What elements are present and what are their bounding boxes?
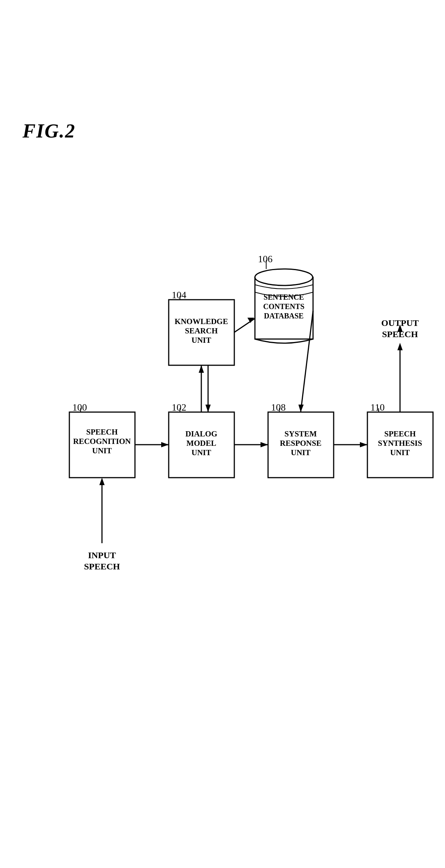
svg-text:SEARCH: SEARCH bbox=[185, 326, 218, 335]
svg-text:DATABASE: DATABASE bbox=[264, 312, 304, 320]
svg-text:SPEECH: SPEECH bbox=[382, 329, 418, 339]
svg-text:SPEECH: SPEECH bbox=[86, 427, 118, 436]
svg-text:UNIT: UNIT bbox=[390, 448, 410, 457]
svg-text:100: 100 bbox=[72, 402, 87, 413]
figure-label: FIG.2 bbox=[22, 120, 75, 142]
svg-text:UNIT: UNIT bbox=[92, 446, 112, 455]
svg-text:UNIT: UNIT bbox=[291, 448, 311, 457]
svg-marker-16 bbox=[397, 343, 403, 350]
svg-text:UNIT: UNIT bbox=[192, 336, 211, 345]
svg-text:104: 104 bbox=[172, 290, 186, 300]
svg-rect-0 bbox=[69, 412, 135, 478]
svg-text:RECOGNITION: RECOGNITION bbox=[73, 437, 131, 446]
svg-text:SPEECH: SPEECH bbox=[84, 562, 120, 571]
svg-marker-8 bbox=[99, 478, 105, 485]
svg-text:UNIT: UNIT bbox=[192, 448, 211, 457]
svg-text:RESPONSE: RESPONSE bbox=[280, 439, 322, 448]
svg-text:108: 108 bbox=[271, 402, 286, 413]
svg-text:OUTPUT: OUTPUT bbox=[381, 318, 419, 328]
svg-text:MODEL: MODEL bbox=[186, 439, 216, 448]
svg-marker-10 bbox=[161, 442, 169, 447]
svg-rect-1 bbox=[169, 412, 234, 478]
svg-marker-12 bbox=[261, 442, 268, 447]
svg-text:CONTENTS: CONTENTS bbox=[263, 302, 304, 311]
svg-text:SPEECH: SPEECH bbox=[384, 429, 416, 438]
svg-line-21 bbox=[234, 318, 255, 332]
svg-rect-4 bbox=[367, 412, 433, 478]
svg-text:SYNTHESIS: SYNTHESIS bbox=[378, 439, 422, 448]
svg-text:110: 110 bbox=[370, 402, 385, 413]
svg-line-23 bbox=[301, 311, 313, 412]
svg-text:INPUT: INPUT bbox=[88, 550, 116, 560]
svg-marker-14 bbox=[360, 442, 367, 447]
svg-text:KNOWLEDGE: KNOWLEDGE bbox=[175, 317, 228, 326]
svg-point-6 bbox=[255, 269, 313, 285]
svg-text:SYSTEM: SYSTEM bbox=[285, 429, 317, 438]
svg-text:DIALOG: DIALOG bbox=[185, 429, 217, 438]
svg-text:SENTENCE: SENTENCE bbox=[264, 293, 304, 301]
svg-marker-22 bbox=[247, 318, 254, 323]
svg-text:102: 102 bbox=[172, 402, 186, 413]
diagram-container: FIG.2 bbox=[0, 0, 445, 868]
svg-rect-5 bbox=[255, 277, 313, 339]
svg-rect-3 bbox=[268, 412, 334, 478]
svg-marker-59 bbox=[397, 324, 403, 332]
svg-marker-24 bbox=[298, 405, 304, 412]
svg-text:106: 106 bbox=[258, 254, 273, 264]
svg-rect-2 bbox=[169, 300, 234, 365]
svg-marker-20 bbox=[205, 405, 211, 412]
svg-marker-18 bbox=[199, 365, 204, 373]
